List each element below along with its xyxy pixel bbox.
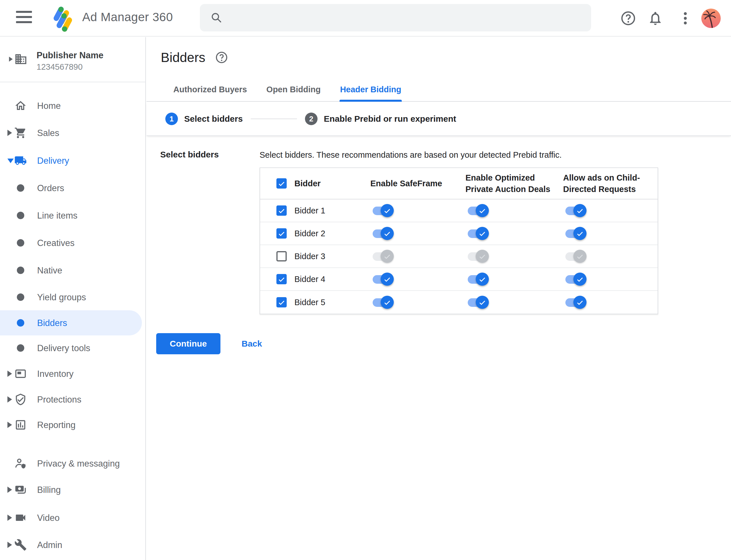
sidebar-item-bidders[interactable]: Bidders bbox=[0, 310, 146, 335]
toggle-thumb bbox=[380, 273, 394, 286]
sidebar-item-protections[interactable]: Protections bbox=[0, 387, 146, 412]
bidder-name: Bidder 4 bbox=[295, 275, 325, 284]
sidebar-item-label: Video bbox=[37, 513, 60, 523]
page-header: Bidders bbox=[161, 50, 228, 65]
sidebar-item-native[interactable]: Native bbox=[0, 258, 146, 283]
enable-safeframe-toggle[interactable] bbox=[372, 227, 394, 240]
back-button[interactable]: Back bbox=[242, 339, 262, 349]
sidebar-item-delivery-tools[interactable]: Delivery tools bbox=[0, 335, 146, 361]
videocam-icon bbox=[14, 511, 27, 524]
sidebar-item-label: Delivery bbox=[37, 156, 69, 166]
bullet-icon bbox=[17, 267, 24, 274]
tab-authorized-buyers[interactable]: Authorized Buyers bbox=[173, 85, 248, 101]
publisher-id: 1234567890 bbox=[37, 62, 83, 72]
search-input[interactable] bbox=[230, 13, 591, 23]
bullet-icon bbox=[17, 293, 24, 301]
row-checkbox[interactable] bbox=[277, 205, 287, 216]
enable-safeframe-toggle[interactable] bbox=[372, 204, 394, 217]
sidebar-item-inventory[interactable]: Inventory bbox=[0, 361, 146, 386]
row-checkbox[interactable] bbox=[277, 251, 287, 261]
stepper: 1Select bidders2Enable Prebid or run exp… bbox=[147, 102, 731, 136]
sidebar-item-reporting[interactable]: Reporting bbox=[0, 412, 146, 437]
toggle-thumb bbox=[476, 250, 489, 263]
allow-ads-child-directed-toggle[interactable] bbox=[565, 272, 586, 286]
row-checkbox[interactable] bbox=[277, 274, 287, 284]
sidebar-item-delivery[interactable]: Delivery bbox=[0, 148, 146, 173]
toggle-thumb bbox=[476, 227, 489, 240]
step-connector bbox=[251, 119, 297, 119]
bullet-icon bbox=[17, 212, 24, 219]
menu-icon[interactable] bbox=[16, 11, 32, 26]
enable-optimized-private-auction-deals-toggle[interactable] bbox=[468, 249, 489, 263]
table-header-row: BidderEnable SafeFrameEnable Optimized P… bbox=[260, 168, 658, 199]
tab-label: Header Bidding bbox=[340, 85, 401, 94]
bidder-name: Bidder 3 bbox=[295, 252, 325, 261]
sidebar-item-label: Billing bbox=[37, 485, 61, 495]
table-description: Select bidders. These recommendations ar… bbox=[260, 150, 562, 160]
sidebar-item-home[interactable]: Home bbox=[0, 93, 146, 118]
column-header-bidder: Bidder bbox=[295, 178, 329, 189]
search-bar[interactable] bbox=[200, 4, 591, 31]
enable-safeframe-toggle[interactable] bbox=[372, 249, 394, 263]
tab-bar: Authorized BuyersOpen BiddingHeader Bidd… bbox=[147, 79, 731, 102]
sidebar-item-line-items[interactable]: Line items bbox=[0, 203, 146, 228]
sidebar-item-label: Sales bbox=[37, 128, 59, 138]
toggle-thumb bbox=[573, 250, 586, 263]
payments-icon bbox=[14, 483, 27, 496]
sidebar-item-sales[interactable]: Sales bbox=[0, 120, 146, 145]
chevron-right-icon bbox=[9, 57, 13, 62]
enable-optimized-private-auction-deals-toggle[interactable] bbox=[468, 295, 489, 309]
row-checkbox[interactable] bbox=[277, 228, 287, 239]
help-icon[interactable] bbox=[215, 51, 228, 64]
column-header-safeframe: Enable SafeFrame bbox=[370, 178, 465, 189]
bullet-icon bbox=[17, 319, 24, 327]
column-header-child-directed: Allow ads on Child-Directed Requests bbox=[563, 172, 658, 195]
sidebar-item-privacy-messaging[interactable]: Privacy & messaging bbox=[0, 451, 146, 476]
sidebar-item-label: Reporting bbox=[37, 420, 75, 430]
table-row: Bidder 1 bbox=[260, 199, 658, 222]
sidebar-item-video[interactable]: Video bbox=[0, 505, 146, 530]
app-title: Ad Manager 360 bbox=[82, 10, 173, 24]
allow-ads-child-directed-toggle[interactable] bbox=[565, 295, 586, 309]
toggle-thumb bbox=[380, 204, 394, 217]
row-checkbox[interactable] bbox=[277, 297, 287, 307]
shield-check-icon bbox=[14, 393, 27, 406]
notifications-icon[interactable] bbox=[647, 10, 663, 26]
sidebar-item-yield-groups[interactable]: Yield groups bbox=[0, 285, 146, 310]
section-label: Select bidders bbox=[160, 150, 219, 159]
more-vertical-icon[interactable] bbox=[677, 10, 689, 26]
toggle-thumb bbox=[573, 204, 586, 217]
table-row: Bidder 5 bbox=[260, 291, 658, 314]
sidebar-item-creatives[interactable]: Creatives bbox=[0, 230, 146, 255]
step-1-label: Select bidders bbox=[184, 114, 243, 124]
select-all-checkbox[interactable] bbox=[277, 178, 287, 189]
tab-header-bidding[interactable]: Header Bidding bbox=[340, 85, 402, 101]
toggle-thumb bbox=[476, 204, 489, 217]
enable-optimized-private-auction-deals-toggle[interactable] bbox=[468, 204, 489, 217]
enable-safeframe-toggle[interactable] bbox=[372, 272, 394, 286]
step-2-circle: 2 bbox=[305, 113, 318, 125]
allow-ads-child-directed-toggle[interactable] bbox=[565, 204, 586, 217]
sidebar-item-admin[interactable]: Admin bbox=[0, 532, 146, 557]
bidder-name: Bidder 2 bbox=[295, 229, 325, 238]
tab-open-bidding[interactable]: Open Bidding bbox=[266, 85, 321, 101]
cart-icon bbox=[14, 127, 27, 139]
bidder-name: Bidder 5 bbox=[295, 298, 325, 307]
publisher-name: Publisher Name bbox=[37, 50, 103, 61]
avatar[interactable] bbox=[701, 9, 721, 28]
allow-ads-child-directed-toggle[interactable] bbox=[565, 227, 586, 240]
person-shield-icon bbox=[14, 457, 27, 470]
allow-ads-child-directed-toggle[interactable] bbox=[565, 249, 586, 263]
help-icon[interactable] bbox=[620, 10, 636, 26]
home-icon bbox=[14, 99, 27, 112]
sidebar-item-orders[interactable]: Orders bbox=[0, 175, 146, 201]
bar-chart-icon bbox=[14, 419, 27, 431]
enable-optimized-private-auction-deals-toggle[interactable] bbox=[468, 272, 489, 286]
tab-label: Authorized Buyers bbox=[173, 85, 247, 94]
enable-optimized-private-auction-deals-toggle[interactable] bbox=[468, 227, 489, 240]
publisher-selector[interactable]: Publisher Name 1234567890 bbox=[0, 37, 146, 82]
sidebar-item-billing[interactable]: Billing bbox=[0, 477, 146, 502]
enable-safeframe-toggle[interactable] bbox=[372, 295, 394, 309]
sidebar-item-label: Yield groups bbox=[37, 292, 86, 303]
continue-button[interactable]: Continue bbox=[156, 333, 221, 354]
